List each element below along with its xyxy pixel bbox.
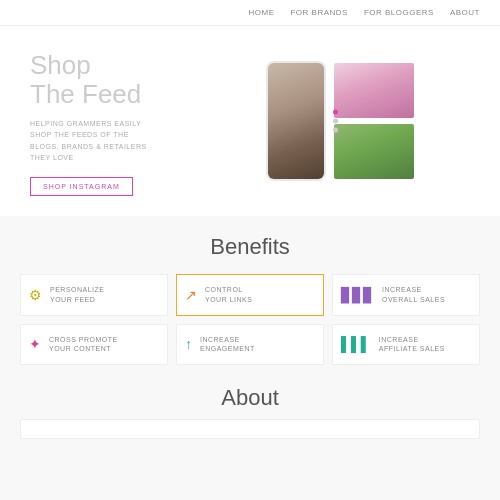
benefit-control: ↗ CONTROLYOUR LINKS	[176, 274, 324, 316]
benefit-sales-label: INCREASEOVERALL SALES	[382, 285, 445, 305]
phone-dots	[333, 109, 338, 132]
dot-1	[333, 109, 338, 114]
side-photos-block	[334, 63, 414, 179]
gear-icon: ⚙	[29, 287, 42, 303]
bar-chart-icon: ▊▊▊	[341, 287, 374, 303]
benefit-engagement-label: INCREASEENGAGEMENT	[200, 335, 255, 355]
link-icon: ↗	[185, 287, 197, 303]
hero-phones-area	[210, 46, 470, 196]
benefit-control-label: CONTROLYOUR LINKS	[205, 285, 252, 305]
nav-home[interactable]: Home	[248, 8, 274, 17]
benefits-section: Benefits ⚙ PERSONALIZEYOUR FEED ↗ CONTRO…	[0, 216, 500, 375]
benefit-personalize-label: PERSONALIZEYOUR FEED	[50, 285, 105, 305]
nav-about[interactable]: About	[450, 8, 480, 17]
cross-promote-icon: ✦	[29, 336, 41, 352]
about-title: About	[20, 385, 480, 411]
hero-section: Shop The Feed Helping grammers easily sh…	[0, 26, 500, 216]
navigation: Home For Brands For Bloggers About	[0, 0, 500, 26]
benefit-cross-promote: ✦ CROSS PROMOTEYOUR CONTENT	[20, 324, 168, 366]
side-photo-2	[334, 124, 414, 179]
side-photo-2-img	[334, 124, 414, 179]
benefit-engagement: ↑ INCREASEENGAGEMENT	[176, 324, 324, 366]
about-content-bar	[20, 419, 480, 439]
hero-title: Shop The Feed	[30, 51, 210, 108]
about-section: About	[0, 375, 500, 449]
dot-2	[333, 118, 338, 123]
benefits-grid: ⚙ PERSONALIZEYOUR FEED ↗ CONTROLYOUR LIN…	[20, 274, 480, 365]
side-photo-1-img	[334, 63, 414, 118]
benefit-cross-label: CROSS PROMOTEYOUR CONTENT	[49, 335, 118, 355]
benefit-affiliate-label: INCREASEAFFILIATE SALES	[379, 335, 445, 355]
hero-text-block: Shop The Feed Helping grammers easily sh…	[30, 46, 210, 196]
nav-for-brands[interactable]: For Brands	[290, 8, 347, 17]
up-arrow-icon: ↑	[185, 336, 192, 352]
hero-photo-main	[268, 63, 324, 179]
benefit-personalize: ⚙ PERSONALIZEYOUR FEED	[20, 274, 168, 316]
phone-mockup-main	[266, 61, 326, 181]
benefit-affiliate: ▌▌▌ INCREASEAFFILIATE SALES	[332, 324, 480, 366]
hero-subtitle: Helping grammers easily shop the feeds o…	[30, 118, 160, 163]
dot-3	[333, 127, 338, 132]
benefits-title: Benefits	[20, 234, 480, 260]
nav-for-bloggers[interactable]: For Bloggers	[364, 8, 434, 17]
side-photo-1	[334, 63, 414, 118]
affiliate-icon: ▌▌▌	[341, 336, 371, 352]
benefit-increase-sales: ▊▊▊ INCREASEOVERALL SALES	[332, 274, 480, 316]
shop-instagram-button[interactable]: Shop Instagram	[30, 177, 133, 196]
